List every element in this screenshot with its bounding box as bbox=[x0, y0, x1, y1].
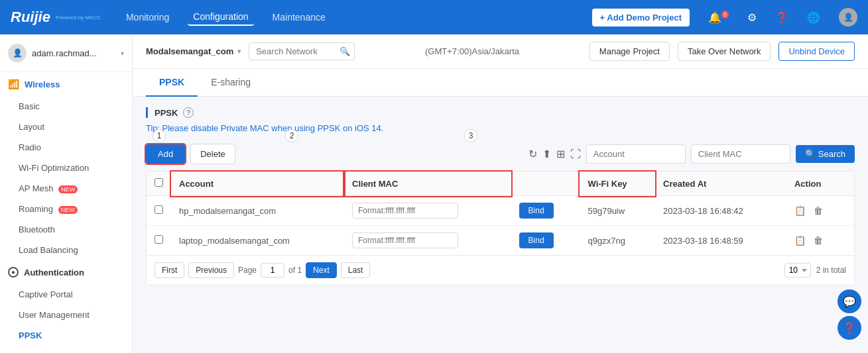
ppsk-title: PPSK ? bbox=[146, 107, 855, 118]
timezone-label: (GMT+7:00)Asia/Jakarta bbox=[363, 46, 582, 56]
add-button[interactable]: Add bbox=[146, 144, 185, 164]
prev-page-button[interactable]: Previous bbox=[188, 262, 234, 278]
take-over-button[interactable]: Take Over Network bbox=[678, 42, 771, 61]
network-chevron-icon: ▾ bbox=[237, 48, 241, 55]
row-1-mac-input[interactable] bbox=[352, 203, 458, 219]
chat-button[interactable]: 💬 bbox=[837, 289, 861, 313]
client-mac-filter-input[interactable] bbox=[691, 144, 790, 164]
th-action: Action bbox=[786, 172, 854, 196]
ap-mesh-new-badge: NEW bbox=[58, 185, 78, 193]
row-1-bind-btn-cell[interactable]: Bind bbox=[511, 196, 580, 226]
sidebar-item-roaming[interactable]: Roaming NEW bbox=[0, 199, 132, 219]
sub-header: Modalsemangat_com ▾ 🔍 (GMT+7:00)Asia/Jak… bbox=[133, 34, 868, 69]
row-2-account: laptop_modalsemangat_com bbox=[171, 226, 344, 256]
nav-monitoring[interactable]: Monitoring bbox=[121, 9, 174, 25]
pagination-right: 10 20 50 2 in total bbox=[784, 263, 846, 277]
main-content: PPSK E-sharing PPSK ? Tip: Please disabl… bbox=[133, 69, 868, 353]
user-name: adam.rachmad... bbox=[32, 48, 115, 58]
refresh-icon[interactable]: ↻ bbox=[528, 148, 537, 160]
sidebar-item-basic[interactable]: Basic bbox=[0, 96, 132, 117]
help-icon[interactable]: ❓ bbox=[775, 11, 788, 24]
th-checkbox[interactable] bbox=[147, 172, 171, 196]
tabs: PPSK E-sharing bbox=[133, 69, 868, 97]
page-number-input[interactable]: 1 bbox=[261, 263, 284, 277]
tab-esharing[interactable]: E-sharing bbox=[198, 69, 264, 97]
search-icon: 🔍 bbox=[805, 149, 816, 159]
roaming-new-badge: NEW bbox=[58, 206, 78, 214]
nav-maintenance[interactable]: Maintenance bbox=[267, 9, 331, 25]
search-network-container[interactable]: 🔍 bbox=[249, 42, 355, 60]
user-avatar[interactable]: 👤 bbox=[839, 8, 857, 26]
row-1-created-at: 2023-03-18 16:48:42 bbox=[655, 196, 786, 226]
top-navigation: Ruijie Powered by MACC Monitoring Config… bbox=[0, 0, 868, 34]
columns-icon[interactable]: ⊞ bbox=[556, 148, 565, 160]
account-filter-input[interactable] bbox=[586, 144, 686, 164]
sidebar: 👤 adam.rachmad... ▾ 📶 Wireless Basic Lay… bbox=[0, 34, 133, 353]
row-2-checkbox[interactable] bbox=[155, 235, 163, 244]
fullscreen-icon[interactable]: ⛶ bbox=[570, 148, 581, 160]
tab-ppsk[interactable]: PPSK bbox=[146, 69, 198, 97]
table-row: laptop_modalsemangat_com Bind q9gzx7ng 2… bbox=[147, 226, 854, 256]
row-2-bind-button[interactable]: Bind bbox=[519, 232, 554, 248]
toolbar: 1 2 3 Add Delete ↻ ⬆ ⊞ ⛶ bbox=[146, 144, 855, 164]
logo-sub: Powered by MACC bbox=[56, 15, 101, 21]
auth-section-icon: ● bbox=[8, 267, 19, 277]
avatar: 👤 bbox=[8, 44, 27, 62]
search-button[interactable]: 🔍 Search bbox=[796, 145, 855, 163]
add-demo-button[interactable]: + Add Demo Project bbox=[592, 9, 690, 26]
select-all-checkbox[interactable] bbox=[155, 178, 163, 187]
sidebar-item-load-balancing[interactable]: Load Balancing bbox=[0, 240, 132, 260]
sidebar-item-user-management[interactable]: User Management bbox=[0, 305, 132, 325]
network-selector[interactable]: Modalsemangat_com ▾ bbox=[146, 46, 241, 56]
sidebar-section-wireless[interactable]: 📶 Wireless bbox=[0, 72, 132, 96]
network-name: Modalsemangat_com bbox=[146, 46, 233, 56]
sidebar-section-wireless-label: Wireless bbox=[25, 79, 60, 89]
row-1-account: hp_modalsemangat_com bbox=[171, 196, 344, 226]
wifi-icon: 📶 bbox=[8, 79, 19, 89]
delete-button[interactable]: Delete bbox=[190, 144, 235, 164]
row-1-client-mac[interactable] bbox=[344, 196, 511, 226]
next-page-button[interactable]: Next bbox=[306, 262, 337, 278]
sidebar-item-ppsk[interactable]: PPSK bbox=[0, 325, 132, 346]
gear-icon[interactable]: ⚙ bbox=[747, 11, 757, 24]
step-2-label: 2 bbox=[285, 129, 298, 142]
row-2-mac-input[interactable] bbox=[352, 232, 458, 248]
row-2-delete-icon[interactable]: 🗑 bbox=[814, 235, 823, 246]
bell-icon[interactable]: 🔔0 bbox=[708, 11, 729, 24]
notification-badge: 0 bbox=[721, 11, 729, 19]
user-row[interactable]: 👤 adam.rachmad... ▾ bbox=[0, 34, 132, 72]
row-2-actions: 📋 🗑 bbox=[786, 226, 854, 256]
page-of-label: of 1 bbox=[288, 266, 302, 275]
th-client-mac: Client MAC bbox=[344, 172, 511, 196]
manage-project-button[interactable]: Manage Project bbox=[589, 42, 670, 61]
row-2-bind-btn-cell[interactable]: Bind bbox=[511, 226, 580, 256]
ppsk-help-icon[interactable]: ? bbox=[183, 107, 194, 118]
last-page-button[interactable]: Last bbox=[341, 262, 371, 278]
nav-configuration[interactable]: Configuration bbox=[188, 9, 253, 26]
per-page-select[interactable]: 10 20 50 bbox=[784, 263, 811, 277]
sidebar-section-auth-label: Authentication bbox=[24, 268, 84, 277]
sidebar-item-radio[interactable]: Radio bbox=[0, 137, 132, 158]
sidebar-item-layout[interactable]: Layout bbox=[0, 117, 132, 137]
sidebar-item-ap-mesh[interactable]: AP Mesh NEW bbox=[0, 178, 132, 199]
row-1-checkbox-cell[interactable] bbox=[147, 196, 171, 226]
row-2-copy-icon[interactable]: 📋 bbox=[794, 235, 806, 246]
help-floating-button[interactable]: ❓ bbox=[837, 316, 861, 340]
row-2-checkbox-cell[interactable] bbox=[147, 226, 171, 256]
row-1-bind-button[interactable]: Bind bbox=[519, 203, 554, 219]
sidebar-item-wifi-optimization[interactable]: Wi-Fi Optimization bbox=[0, 158, 132, 178]
first-page-button[interactable]: First bbox=[155, 262, 184, 278]
search-network-input[interactable] bbox=[256, 46, 336, 56]
row-1-copy-icon[interactable]: 📋 bbox=[794, 205, 806, 216]
export-icon[interactable]: ⬆ bbox=[542, 148, 551, 160]
row-2-client-mac[interactable] bbox=[344, 226, 511, 256]
th-account: Account bbox=[171, 172, 344, 196]
row-1-delete-icon[interactable]: 🗑 bbox=[814, 205, 823, 216]
sidebar-item-bluetooth[interactable]: Bluetooth bbox=[0, 219, 132, 240]
unbind-device-button[interactable]: Unbind Device bbox=[778, 42, 855, 61]
ppsk-tip: Tip: Please disable Private MAC when usi… bbox=[146, 123, 855, 133]
sidebar-item-captive-portal[interactable]: Captive Portal bbox=[0, 284, 132, 305]
row-1-checkbox[interactable] bbox=[155, 205, 163, 214]
sidebar-section-authentication[interactable]: ● Authentication bbox=[0, 260, 132, 284]
globe-icon[interactable]: 🌐 bbox=[807, 11, 820, 24]
